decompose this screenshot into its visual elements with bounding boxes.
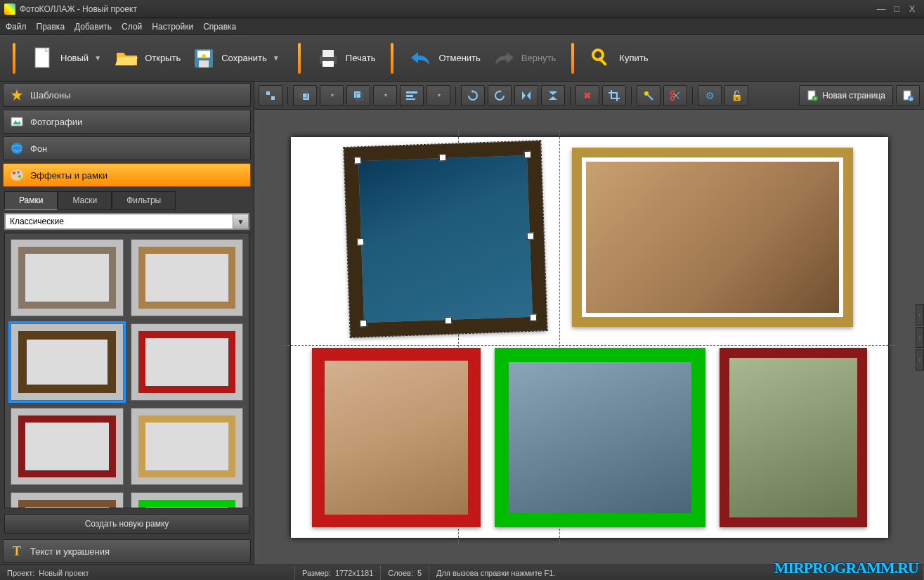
menu-help[interactable]: Справка bbox=[203, 22, 236, 32]
minimize-button[interactable]: — bbox=[873, 3, 889, 15]
menu-add[interactable]: Добавить bbox=[74, 22, 112, 32]
send-backward-icon[interactable] bbox=[346, 85, 370, 106]
svg-marker-32 bbox=[549, 91, 557, 95]
palette-icon bbox=[9, 167, 25, 183]
tab-frames[interactable]: Рамки bbox=[4, 191, 58, 210]
svg-point-14 bbox=[11, 143, 22, 154]
sidebar-photos[interactable]: Фотографии bbox=[3, 110, 251, 134]
svg-point-9 bbox=[593, 50, 603, 60]
redo-icon bbox=[492, 46, 516, 70]
frame-thumb[interactable] bbox=[11, 492, 124, 508]
panel-tab[interactable]: ‹ bbox=[916, 349, 924, 370]
globe-icon bbox=[9, 141, 25, 156]
sidebar: Шаблоны Фотографии Фон Эффекты и рамки Р… bbox=[0, 82, 254, 565]
status-layers: Слоев: 5 bbox=[381, 565, 429, 580]
bring-forward-icon[interactable] bbox=[293, 85, 317, 106]
frame-category-dropdown[interactable]: Классические ▼ bbox=[4, 213, 249, 230]
gear-icon[interactable]: ⚙ bbox=[698, 85, 722, 106]
photo-content bbox=[325, 361, 468, 515]
select-tool-icon[interactable] bbox=[259, 85, 282, 106]
rotate-right-icon[interactable] bbox=[488, 85, 512, 106]
delete-icon[interactable]: ✖ bbox=[575, 85, 599, 106]
svg-marker-29 bbox=[500, 90, 502, 93]
dropdown-icon[interactable]: ▼ bbox=[273, 54, 282, 62]
dropdown-icon[interactable]: ▼ bbox=[94, 54, 104, 62]
photo-frame[interactable] bbox=[720, 348, 867, 527]
svg-rect-23 bbox=[354, 91, 360, 98]
frame-thumb[interactable] bbox=[131, 492, 244, 508]
svg-rect-21 bbox=[303, 94, 309, 100]
status-project: Проект: Новый проект bbox=[0, 565, 295, 580]
photo-frame[interactable] bbox=[495, 348, 705, 527]
create-frame-button[interactable]: Создать новую рамку bbox=[4, 514, 249, 534]
photo-frame[interactable] bbox=[312, 348, 481, 527]
canvas-viewport[interactable]: ‹ ‹ ‹ bbox=[254, 110, 924, 565]
magic-wand-icon[interactable] bbox=[637, 85, 661, 106]
send-backward-dropdown[interactable] bbox=[373, 85, 397, 106]
window-title: ФотоКОЛЛАЖ - Новый проект bbox=[20, 4, 873, 14]
sidebar-background[interactable]: Фон bbox=[3, 136, 251, 160]
photo-frame-selected[interactable] bbox=[344, 141, 547, 337]
panel-toggle-tabs: ‹ ‹ ‹ bbox=[916, 304, 924, 370]
frame-thumb[interactable] bbox=[11, 239, 124, 316]
page-settings-icon[interactable]: ⚙ bbox=[896, 85, 920, 106]
menu-layer[interactable]: Слой bbox=[122, 22, 142, 32]
panel-tab[interactable]: ‹ bbox=[916, 327, 924, 348]
align-icon[interactable] bbox=[400, 85, 424, 106]
undo-button[interactable]: Отменить bbox=[403, 44, 486, 73]
floppy-icon bbox=[192, 46, 216, 70]
toolbar-separator bbox=[13, 43, 15, 74]
photo-content bbox=[729, 358, 857, 517]
svg-point-36 bbox=[671, 91, 675, 94]
flip-horizontal-icon[interactable] bbox=[514, 85, 538, 106]
crop-icon[interactable] bbox=[602, 85, 626, 106]
print-button[interactable]: Печать bbox=[311, 44, 382, 73]
save-button[interactable]: Сохранить ▼ bbox=[186, 44, 288, 73]
canvas[interactable] bbox=[291, 137, 888, 538]
flip-vertical-icon[interactable] bbox=[541, 85, 565, 106]
open-button[interactable]: Открыть bbox=[110, 44, 186, 73]
new-page-button[interactable]: + Новая страница bbox=[799, 85, 893, 106]
undo-icon bbox=[409, 46, 433, 70]
frame-thumb[interactable] bbox=[131, 408, 244, 485]
svg-rect-26 bbox=[406, 95, 413, 97]
chevron-down-icon[interactable]: ▼ bbox=[233, 214, 248, 228]
svg-marker-31 bbox=[527, 91, 531, 100]
photo-icon bbox=[9, 114, 25, 129]
svg-rect-20 bbox=[271, 96, 275, 100]
close-button[interactable]: X bbox=[904, 3, 920, 15]
tab-filters[interactable]: Фильтры bbox=[112, 191, 176, 210]
sidebar-effects[interactable]: Эффекты и рамки bbox=[3, 163, 251, 187]
folder-open-icon bbox=[115, 46, 139, 70]
frame-thumb[interactable] bbox=[131, 239, 244, 316]
photo-frame[interactable] bbox=[572, 148, 853, 327]
tab-masks[interactable]: Маски bbox=[58, 191, 112, 210]
svg-line-35 bbox=[648, 95, 653, 100]
svg-point-15 bbox=[11, 169, 23, 181]
buy-button[interactable]: Купить bbox=[584, 44, 653, 73]
statusbar: Проект: Новый проект Размер: 1772х1181 С… bbox=[0, 565, 924, 580]
frame-thumb[interactable] bbox=[11, 408, 124, 485]
sidebar-templates[interactable]: Шаблоны bbox=[3, 83, 251, 107]
photo-content bbox=[509, 362, 691, 513]
redo-button[interactable]: Вернуть bbox=[486, 44, 562, 73]
maximize-button[interactable]: □ bbox=[889, 3, 904, 15]
effects-tabs: Рамки Маски Фильтры bbox=[4, 191, 249, 210]
panel-tab[interactable]: ‹ bbox=[916, 304, 924, 326]
titlebar: ФотоКОЛЛАЖ - Новый проект — □ X bbox=[0, 0, 924, 18]
status-size: Размер: 1772х1181 bbox=[295, 565, 381, 580]
scissors-icon[interactable] bbox=[663, 85, 687, 106]
menu-settings[interactable]: Настройки bbox=[152, 22, 193, 32]
frame-thumb[interactable] bbox=[131, 323, 244, 401]
star-icon bbox=[9, 87, 25, 103]
frame-thumb-selected[interactable] bbox=[11, 323, 124, 401]
menu-edit[interactable]: Правка bbox=[37, 22, 65, 32]
menu-file[interactable]: Файл bbox=[6, 22, 27, 32]
bring-forward-dropdown[interactable] bbox=[320, 85, 344, 106]
rotate-left-icon[interactable] bbox=[461, 85, 485, 106]
sidebar-text-decor[interactable]: T Текст и украшения bbox=[3, 539, 251, 563]
new-file-icon bbox=[31, 46, 55, 70]
new-button[interactable]: Новый ▼ bbox=[25, 44, 110, 73]
lock-icon[interactable]: 🔓 bbox=[724, 85, 748, 106]
align-dropdown[interactable] bbox=[427, 85, 450, 106]
